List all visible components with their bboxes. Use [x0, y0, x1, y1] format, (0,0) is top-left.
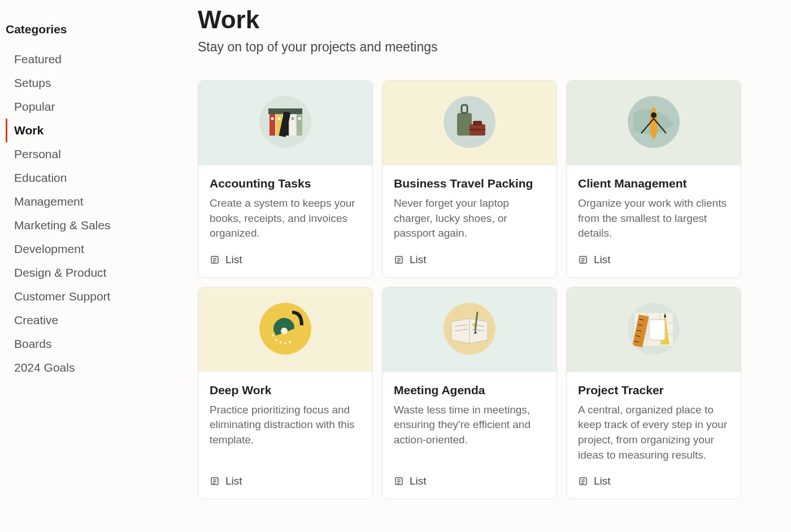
sidebar-item-popular[interactable]: Popular: [6, 95, 181, 119]
sidebar-item-customer-support[interactable]: Customer Support: [6, 285, 181, 308]
card-footer: List: [383, 468, 557, 499]
svg-point-40: [272, 334, 274, 337]
card-description: A central, organized place to keep track…: [578, 403, 729, 463]
card-title: Project Tracker: [578, 383, 729, 397]
sidebar-item-label: Popular: [14, 100, 55, 113]
card-type-label: List: [594, 254, 611, 266]
template-card-deep-work[interactable]: Deep WorkPractice prioritizing focus and…: [198, 287, 373, 499]
card-hero: [198, 81, 372, 165]
sidebar-item-label: 2024 Goals: [14, 361, 75, 374]
sidebar-item-education[interactable]: Education: [6, 166, 181, 190]
luggage-icon: [444, 96, 496, 150]
svg-point-27: [650, 107, 658, 139]
sidebar-item-label: Management: [14, 195, 84, 208]
card-hero: [383, 287, 557, 372]
card-body: Business Travel PackingNever forget your…: [383, 165, 557, 247]
svg-rect-21: [470, 129, 485, 130]
svg-point-37: [275, 339, 277, 341]
binders-icon: [259, 96, 311, 150]
sidebar: Categories FeaturedSetupsPopularWorkPers…: [0, 0, 186, 499]
card-footer: List: [383, 247, 557, 277]
card-body: Project TrackerA central, organized plac…: [567, 372, 741, 468]
svg-point-38: [280, 341, 282, 343]
svg-point-41: [289, 341, 291, 343]
sidebar-item-personal[interactable]: Personal: [6, 142, 181, 166]
sidebar-item-label: Setups: [14, 76, 51, 89]
svg-point-36: [281, 328, 288, 334]
template-card-project-tracker[interactable]: Project TrackerA central, organized plac…: [566, 287, 741, 499]
list-icon: [578, 476, 588, 486]
template-grid: Accounting TasksCreate a system to keeps…: [198, 80, 768, 499]
sidebar-item-2024-goals[interactable]: 2024 Goals: [6, 356, 181, 380]
card-hero: [383, 81, 557, 165]
card-type-label: List: [225, 475, 242, 487]
card-description: Create a system to keeps your books, rec…: [210, 196, 361, 241]
card-description: Waste less time in meetings, ensuring th…: [394, 403, 545, 448]
sidebar-item-label: Education: [14, 171, 67, 184]
sidebar-item-label: Work: [14, 124, 44, 137]
card-footer: List: [198, 247, 372, 277]
card-title: Deep Work: [210, 383, 361, 397]
card-type-label: List: [225, 254, 242, 266]
card-title: Client Management: [578, 177, 729, 190]
sidebar-item-creative[interactable]: Creative: [6, 308, 181, 332]
sidebar-item-label: Personal: [14, 147, 61, 160]
svg-point-11: [298, 117, 301, 120]
list-icon: [210, 255, 220, 265]
sidebar-item-label: Customer Support: [14, 290, 110, 303]
sidebar-item-development[interactable]: Development: [6, 237, 181, 261]
rower-icon: [628, 96, 680, 150]
notebook-icon: [444, 303, 496, 357]
category-list: FeaturedSetupsPopularWorkPersonalEducati…: [6, 47, 181, 380]
page-title: Work: [198, 6, 768, 34]
sidebar-item-label: Creative: [14, 313, 58, 326]
card-hero: [567, 287, 741, 372]
sidebar-item-label: Marketing & Sales: [14, 219, 110, 232]
sidebar-item-design-product[interactable]: Design & Product: [6, 261, 181, 285]
card-footer: List: [567, 468, 741, 499]
card-hero: [567, 81, 741, 165]
card-type-label: List: [410, 254, 427, 266]
template-card-accounting-tasks[interactable]: Accounting TasksCreate a system to keeps…: [198, 80, 373, 278]
template-card-client-management[interactable]: Client ManagementOrganize your work with…: [566, 80, 741, 278]
list-icon: [394, 476, 404, 486]
card-body: Deep WorkPractice prioritizing focus and…: [198, 372, 372, 468]
svg-rect-20: [473, 121, 482, 125]
card-title: Business Travel Packing: [394, 177, 545, 190]
sidebar-item-label: Development: [14, 242, 84, 255]
card-type-label: List: [410, 475, 427, 487]
sidebar-item-label: Featured: [14, 53, 62, 66]
template-card-business-travel-packing[interactable]: Business Travel PackingNever forget your…: [382, 80, 557, 278]
svg-rect-73: [649, 320, 665, 340]
card-body: Meeting AgendaWaste less time in meeting…: [383, 372, 557, 468]
card-body: Client ManagementOrganize your work with…: [567, 165, 741, 247]
list-icon: [394, 255, 404, 265]
sidebar-item-featured[interactable]: Featured: [6, 47, 181, 71]
sidebar-title: Categories: [6, 23, 181, 36]
lamp-icon: [259, 303, 311, 357]
card-footer: List: [198, 468, 372, 499]
svg-point-9: [278, 117, 281, 120]
sidebar-item-boards[interactable]: Boards: [6, 332, 181, 356]
main-content: Work Stay on top of your projects and me…: [186, 0, 791, 499]
card-footer: List: [567, 247, 741, 277]
svg-point-10: [292, 117, 294, 120]
svg-point-8: [271, 117, 274, 120]
ruler-icon: [628, 303, 680, 357]
card-description: Organize your work with clients from the…: [578, 196, 729, 241]
card-body: Accounting TasksCreate a system to keeps…: [198, 165, 372, 247]
card-type-label: List: [594, 475, 611, 487]
sidebar-item-marketing-sales[interactable]: Marketing & Sales: [6, 213, 181, 237]
card-description: Practice prioritizing focus and eliminat…: [210, 403, 361, 448]
card-title: Meeting Agenda: [394, 383, 545, 397]
sidebar-item-setups[interactable]: Setups: [6, 71, 181, 95]
list-icon: [210, 476, 220, 486]
template-card-meeting-agenda[interactable]: Meeting AgendaWaste less time in meeting…: [382, 287, 557, 499]
sidebar-item-management[interactable]: Management: [6, 190, 181, 213]
card-description: Never forget your laptop charger, lucky …: [394, 196, 545, 241]
page-subtitle: Stay on top of your projects and meeting…: [198, 40, 768, 55]
sidebar-item-label: Boards: [14, 337, 52, 350]
svg-point-28: [651, 112, 657, 118]
sidebar-item-work[interactable]: Work: [6, 119, 181, 142]
list-icon: [578, 255, 588, 265]
